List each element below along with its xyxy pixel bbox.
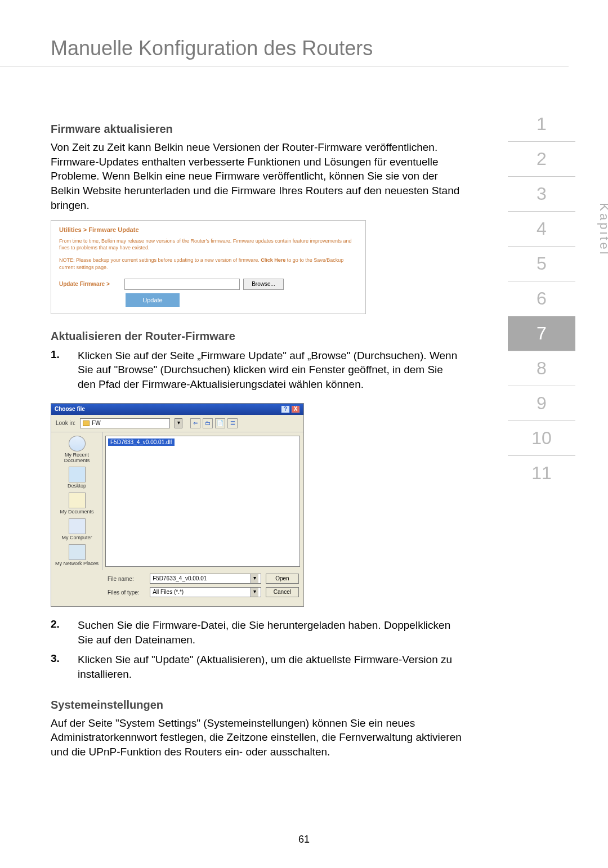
file-list[interactable]: F5D7633_4_v0.00.01.dlf bbox=[105, 436, 300, 567]
open-button[interactable]: Open bbox=[266, 574, 299, 584]
lookin-label: Look in: bbox=[56, 420, 75, 426]
step-number: 2. bbox=[51, 618, 78, 647]
chapter-link-3[interactable]: 3 bbox=[508, 177, 575, 212]
desktop-icon bbox=[69, 467, 86, 482]
nav-newfolder-icon[interactable]: 📄 bbox=[215, 418, 225, 428]
filename-label: File name: bbox=[108, 576, 145, 582]
file-item-selected[interactable]: F5D7633_4_v0.00.01.dlf bbox=[108, 439, 175, 446]
chapter-link-7[interactable]: 7 bbox=[508, 316, 575, 351]
sidebar-item-desktop[interactable]: Desktop bbox=[53, 467, 100, 489]
section-system-settings-text: Auf der Seite "System Settings" (Systeme… bbox=[51, 716, 462, 759]
chapter-link-8[interactable]: 8 bbox=[508, 351, 575, 386]
step-number: 1. bbox=[51, 348, 78, 392]
filetype-label: Files of type: bbox=[108, 589, 145, 596]
nav-views-icon[interactable]: ☰ bbox=[227, 418, 238, 428]
firmware-update-panel: Utilities > Firmware Update From time to… bbox=[51, 220, 366, 314]
click-here-link[interactable]: Click Here bbox=[261, 257, 285, 263]
chapter-link-2[interactable]: 2 bbox=[508, 142, 575, 177]
step-text: Klicken Sie auf der Seite „Firmware Upda… bbox=[78, 348, 462, 392]
dialog-title: Choose file bbox=[55, 406, 85, 412]
chevron-down-icon[interactable]: ▾ bbox=[175, 418, 182, 428]
sidebar-item-computer[interactable]: My Computer bbox=[53, 518, 100, 541]
chapter-link-9[interactable]: 9 bbox=[508, 386, 575, 421]
chapter-link-6[interactable]: 6 bbox=[508, 281, 575, 316]
section-firmware-update-text: Von Zeit zu Zeit kann Belkin neue Versio… bbox=[51, 140, 462, 212]
section-updating-heading: Aktualisieren der Router-Firmware bbox=[51, 330, 462, 343]
chapter-link-1[interactable]: 1 bbox=[508, 107, 575, 142]
chapter-link-10[interactable]: 10 bbox=[508, 421, 575, 456]
chapter-link-5[interactable]: 5 bbox=[508, 247, 575, 281]
firmware-path-input[interactable] bbox=[124, 279, 240, 290]
update-firmware-label: Update Firmware > bbox=[59, 281, 121, 287]
section-firmware-update-heading: Firmware aktualisieren bbox=[51, 123, 462, 136]
documents-icon bbox=[69, 493, 86, 508]
dialog-titlebar: Choose file ? X bbox=[51, 404, 303, 415]
breadcrumb: Utilities > Firmware Update bbox=[59, 226, 357, 233]
chevron-down-icon[interactable]: ▾ bbox=[251, 574, 258, 583]
browse-button[interactable]: Browse... bbox=[243, 279, 284, 290]
chevron-down-icon[interactable]: ▾ bbox=[251, 588, 258, 597]
sidebar-item-docs[interactable]: My Documents bbox=[53, 493, 100, 515]
cancel-button[interactable]: Cancel bbox=[266, 587, 299, 597]
page-title: Manuelle Konfiguration des Routers bbox=[0, 0, 569, 66]
update-button[interactable]: Update bbox=[126, 293, 180, 307]
close-icon[interactable]: X bbox=[291, 405, 300, 413]
chapter-label: Kapitel bbox=[596, 203, 608, 256]
computer-icon bbox=[69, 518, 86, 534]
chapter-link-4[interactable]: 4 bbox=[508, 212, 575, 247]
panel-note-2: NOTE: Please backup your current setting… bbox=[59, 257, 357, 270]
nav-up-icon[interactable]: 🗀 bbox=[203, 418, 213, 428]
step-text: Suchen Sie die Firmware-Datei, die Sie h… bbox=[78, 618, 462, 647]
lookin-dropdown[interactable]: FW bbox=[80, 418, 170, 428]
step-number: 3. bbox=[51, 652, 78, 681]
section-system-settings-heading: Systemeinstellungen bbox=[51, 699, 462, 712]
network-icon bbox=[69, 544, 86, 560]
folder-icon bbox=[83, 420, 90, 426]
choose-file-dialog: Choose file ? X Look in: FW ▾ ⇐ 🗀 📄 ☰ My… bbox=[51, 403, 304, 607]
step-text: Klicken Sie auf "Update" (Aktualisieren)… bbox=[78, 652, 462, 681]
panel-note-1: From time to time, Belkin may release ne… bbox=[59, 238, 357, 251]
page-number: 61 bbox=[298, 834, 310, 845]
nav-back-icon[interactable]: ⇐ bbox=[190, 418, 200, 428]
filename-input[interactable]: F5D7633_4_v0.00.01▾ bbox=[150, 574, 261, 584]
chapter-link-11[interactable]: 11 bbox=[508, 456, 575, 490]
help-icon[interactable]: ? bbox=[281, 405, 290, 413]
filetype-dropdown[interactable]: All Files (*.*)▾ bbox=[150, 587, 261, 597]
recent-icon bbox=[69, 436, 86, 451]
places-sidebar: My Recent Documents Desktop My Documents… bbox=[51, 432, 103, 570]
chapter-nav: 1 2 3 4 5 6 7 8 9 10 11 bbox=[508, 107, 575, 490]
sidebar-item-recent[interactable]: My Recent Documents bbox=[53, 436, 100, 464]
sidebar-item-network[interactable]: My Network Places bbox=[53, 544, 100, 567]
